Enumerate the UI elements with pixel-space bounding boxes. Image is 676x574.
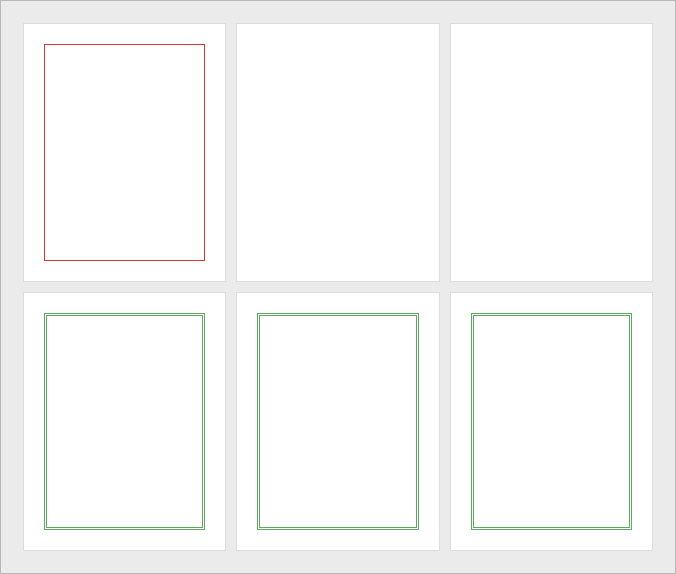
card-5 <box>236 292 439 551</box>
card-3-inner <box>471 44 632 261</box>
card-grid <box>23 23 653 551</box>
card-2-inner <box>257 44 418 261</box>
card-4 <box>23 292 226 551</box>
card-6 <box>450 292 653 551</box>
card-1 <box>23 23 226 282</box>
card-2 <box>236 23 439 282</box>
card-5-inner <box>257 313 418 530</box>
card-3 <box>450 23 653 282</box>
card-1-inner <box>44 44 205 261</box>
card-4-inner <box>44 313 205 530</box>
card-6-inner <box>471 313 632 530</box>
